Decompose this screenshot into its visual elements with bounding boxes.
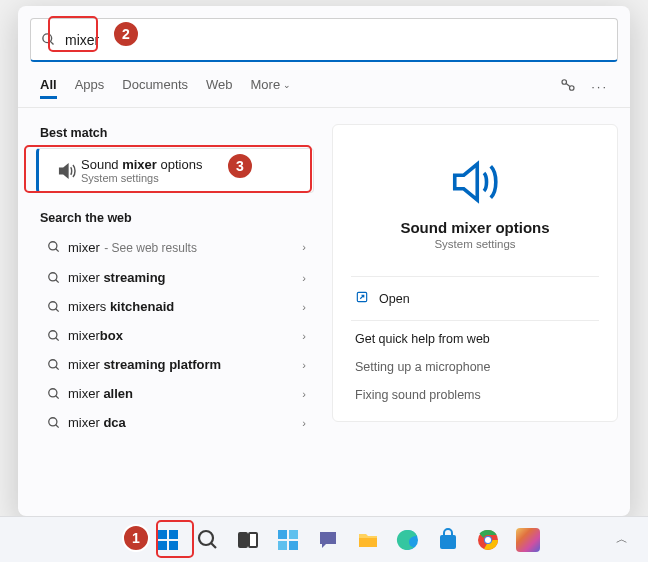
chevron-down-icon: ⌄ — [283, 80, 291, 90]
more-options-icon[interactable]: ··· — [591, 79, 608, 94]
svg-point-3 — [570, 86, 575, 91]
tab-web[interactable]: Web — [206, 77, 233, 96]
best-match-subtitle: System settings — [81, 172, 299, 184]
connect-icon[interactable] — [559, 76, 577, 97]
svg-line-15 — [56, 395, 59, 398]
chevron-right-icon: › — [302, 417, 306, 429]
svg-point-14 — [49, 388, 57, 396]
tab-all[interactable]: All — [40, 77, 57, 99]
widgets-icon[interactable] — [270, 522, 306, 558]
search-panel: All Apps Documents Web More⌄ ··· Best ma… — [18, 6, 630, 516]
web-result-hint: - See web results — [104, 241, 197, 255]
start-button[interactable] — [150, 522, 186, 558]
chevron-right-icon: › — [302, 241, 306, 253]
web-result-term: mixer — [68, 240, 100, 255]
search-icon — [40, 271, 68, 285]
tab-apps[interactable]: Apps — [75, 77, 105, 96]
search-icon — [31, 32, 65, 47]
web-result[interactable]: mixers kitchenaid › — [26, 292, 320, 321]
svg-rect-22 — [169, 541, 178, 550]
svg-point-12 — [49, 359, 57, 367]
edge-icon[interactable] — [390, 522, 426, 558]
chevron-right-icon: › — [302, 301, 306, 313]
task-view-icon[interactable] — [230, 522, 266, 558]
quick-help-header: Get quick help from web — [333, 325, 617, 353]
taskbar-search-icon[interactable] — [190, 522, 226, 558]
svg-point-2 — [562, 80, 567, 85]
web-result-term: mixer streaming platform — [68, 357, 302, 372]
svg-point-23 — [199, 531, 213, 545]
web-result-term: mixer allen — [68, 386, 302, 401]
web-result[interactable]: mixer streaming platform › — [26, 350, 320, 379]
svg-rect-21 — [158, 541, 167, 550]
search-icon — [40, 300, 68, 314]
speaker-icon — [53, 160, 81, 182]
help-link[interactable]: Setting up a microphone — [333, 353, 617, 381]
svg-rect-31 — [359, 538, 377, 547]
best-match-label: Best match — [26, 118, 320, 146]
svg-rect-29 — [278, 541, 287, 550]
search-bar[interactable] — [30, 18, 618, 62]
search-input[interactable] — [65, 32, 617, 48]
svg-line-5 — [56, 249, 59, 252]
svg-point-8 — [49, 301, 57, 309]
svg-line-7 — [56, 279, 59, 282]
svg-point-0 — [42, 34, 51, 43]
svg-line-1 — [50, 41, 53, 44]
svg-rect-33 — [440, 535, 456, 549]
search-web-label: Search the web — [26, 203, 320, 231]
preview-title: Sound mixer options — [400, 219, 549, 236]
svg-rect-27 — [278, 530, 287, 539]
search-icon — [40, 387, 68, 401]
svg-rect-30 — [289, 541, 298, 550]
best-match-result[interactable]: Sound mixer options System settings — [36, 148, 314, 193]
search-icon — [40, 416, 68, 430]
svg-point-36 — [485, 537, 491, 543]
search-icon — [40, 329, 68, 343]
chat-icon[interactable] — [310, 522, 346, 558]
chevron-right-icon: › — [302, 272, 306, 284]
chevron-right-icon: › — [302, 388, 306, 400]
taskbar: ︿ — [0, 516, 648, 562]
open-icon — [355, 290, 369, 307]
speaker-large-icon — [448, 155, 502, 209]
best-match-title: Sound mixer options — [81, 157, 299, 172]
svg-point-4 — [49, 242, 57, 250]
web-result[interactable]: mixer dca › — [26, 408, 320, 437]
web-result[interactable]: mixer allen › — [26, 379, 320, 408]
explorer-icon[interactable] — [350, 522, 386, 558]
svg-line-9 — [56, 308, 59, 311]
preview-card: Sound mixer options System settings Open… — [332, 124, 618, 422]
svg-point-10 — [49, 330, 57, 338]
svg-point-6 — [49, 272, 57, 280]
svg-rect-19 — [158, 530, 167, 539]
svg-rect-26 — [249, 533, 257, 547]
search-icon — [40, 358, 68, 372]
open-action[interactable]: Open — [333, 281, 617, 316]
chrome-icon[interactable] — [470, 522, 506, 558]
svg-rect-28 — [289, 530, 298, 539]
web-result-term: mixer dca — [68, 415, 302, 430]
web-result-term: mixers kitchenaid — [68, 299, 302, 314]
divider — [351, 276, 599, 277]
svg-line-24 — [211, 543, 216, 548]
web-result[interactable]: mixerbox › — [26, 321, 320, 350]
preview-subtitle: System settings — [434, 238, 515, 250]
divider — [351, 320, 599, 321]
svg-rect-20 — [169, 530, 178, 539]
tab-more[interactable]: More⌄ — [251, 77, 292, 96]
app-icon[interactable] — [510, 522, 546, 558]
help-link[interactable]: Fixing sound problems — [333, 381, 617, 409]
web-result[interactable]: mixer streaming › — [26, 263, 320, 292]
filter-tabs: All Apps Documents Web More⌄ ··· — [18, 62, 630, 108]
svg-point-16 — [49, 417, 57, 425]
open-label: Open — [379, 292, 410, 306]
web-result[interactable]: mixer - See web results › — [26, 231, 320, 263]
tray-chevron-up-icon[interactable]: ︿ — [606, 525, 638, 554]
store-icon[interactable] — [430, 522, 466, 558]
tab-documents[interactable]: Documents — [122, 77, 188, 96]
web-result-term: mixerbox — [68, 328, 302, 343]
svg-line-11 — [56, 337, 59, 340]
chevron-right-icon: › — [302, 359, 306, 371]
results-column: Best match Sound mixer options System se… — [18, 108, 320, 508]
